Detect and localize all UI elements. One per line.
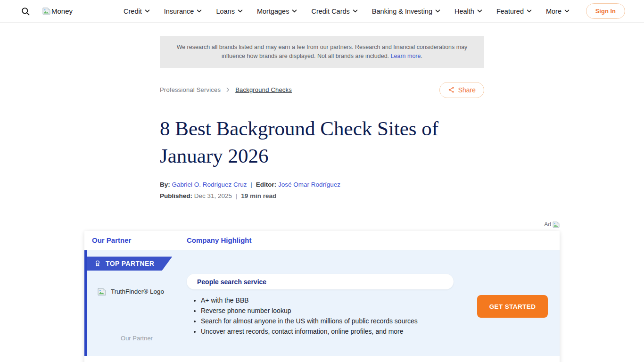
search-icon[interactable]: [21, 7, 30, 16]
nav-item-loans[interactable]: Loans: [216, 8, 243, 15]
share-label: Share: [458, 86, 476, 94]
chevron-down-icon: [477, 9, 482, 13]
bullet-item: Search for almost anyone in the US with …: [201, 316, 458, 327]
highlight-tag: People search service: [187, 274, 454, 289]
chevron-down-icon: [527, 9, 532, 13]
next-partner-row: [84, 356, 560, 362]
ad-label: Ad: [544, 221, 551, 228]
get-started-button[interactable]: GET STARTED: [477, 295, 548, 318]
partner-comparison-table: Our Partner Company Highlight TOP PARTNE…: [84, 231, 560, 362]
broken-image-icon: [98, 288, 106, 296]
broken-image-icon: [553, 222, 560, 228]
medal-icon: [94, 260, 101, 267]
chevron-down-icon: [292, 9, 297, 13]
nav-item-more[interactable]: More: [546, 8, 570, 15]
chevron-down-icon: [435, 9, 440, 13]
chevron-right-icon: [226, 87, 230, 92]
main-nav: Credit Insurance Loans Mortgages Credit …: [124, 8, 570, 15]
chevron-down-icon: [353, 9, 358, 13]
ad-label-row: Ad: [84, 221, 560, 228]
breadcrumb: Professional Services Background Checks …: [160, 82, 484, 98]
published-date: Dec 31, 2025: [194, 192, 232, 199]
read-time: 19 min read: [241, 192, 276, 199]
nav-item-credit-cards[interactable]: Credit Cards: [311, 8, 357, 15]
bullet-item: Reverse phone number lookup: [201, 306, 458, 316]
published-label: Published:: [160, 192, 192, 199]
share-button[interactable]: Share: [439, 82, 484, 98]
published-line: Published: Dec 31, 2025 | 19 min read: [160, 192, 484, 199]
nav-item-credit[interactable]: Credit: [124, 8, 150, 15]
money-logo[interactable]: Money: [42, 7, 73, 15]
top-partner-row: TOP PARTNER TruthFinder® Logo Our Partne…: [84, 250, 560, 356]
disclaimer-text: We research all brands listed and may ea…: [177, 44, 468, 59]
by-label: By:: [160, 181, 170, 188]
editor-label: Editor:: [256, 181, 277, 188]
top-navigation-bar: Money Credit Insurance Loans Mortgages C…: [0, 0, 644, 23]
highlight-bullet-list: A+ with the BBB Reverse phone number loo…: [194, 296, 458, 337]
partner-logo-alt-text: TruthFinder® Logo: [111, 288, 164, 295]
chevron-down-icon: [564, 9, 570, 13]
author-link[interactable]: Gabriel O. Rodriguez Cruz: [172, 181, 247, 188]
share-icon: [448, 86, 455, 93]
breadcrumb-parent-link[interactable]: Professional Services: [160, 86, 221, 93]
top-partner-badge: TOP PARTNER: [87, 256, 172, 271]
nav-item-health[interactable]: Health: [454, 8, 482, 15]
sign-in-button[interactable]: Sign In: [586, 3, 625, 19]
badge-label: TOP PARTNER: [106, 260, 154, 267]
learn-more-link[interactable]: Learn more: [391, 53, 421, 59]
editor-link[interactable]: José Omar Rodríguez: [278, 181, 340, 188]
page-title: 8 Best Background Check Sites of January…: [160, 115, 484, 170]
bullet-item: A+ with the BBB: [201, 296, 458, 306]
logo-alt-text: Money: [51, 7, 73, 15]
partner-logo[interactable]: TruthFinder® Logo: [98, 288, 164, 296]
nav-item-mortgages[interactable]: Mortgages: [257, 8, 297, 15]
broken-image-icon: [42, 8, 50, 15]
bullet-item: Uncover arrest records, contact informat…: [201, 327, 458, 337]
byline: By: Gabriel O. Rodriguez Cruz | Editor: …: [160, 181, 484, 188]
nav-item-featured[interactable]: Featured: [496, 8, 532, 15]
affiliate-disclaimer: We research all brands listed and may ea…: [160, 36, 484, 68]
table-header-row: Our Partner Company Highlight: [84, 231, 560, 250]
column-company-highlight: Company Highlight: [187, 236, 252, 244]
column-our-partner: Our Partner: [92, 236, 131, 244]
nav-item-insurance[interactable]: Insurance: [164, 8, 202, 15]
breadcrumb-current-link[interactable]: Background Checks: [235, 86, 292, 93]
chevron-down-icon: [197, 9, 202, 13]
nav-item-banking-investing[interactable]: Banking & Investing: [372, 8, 440, 15]
chevron-down-icon: [238, 9, 243, 13]
chevron-down-icon: [145, 9, 150, 13]
our-partner-caption: Our Partner: [87, 335, 187, 342]
